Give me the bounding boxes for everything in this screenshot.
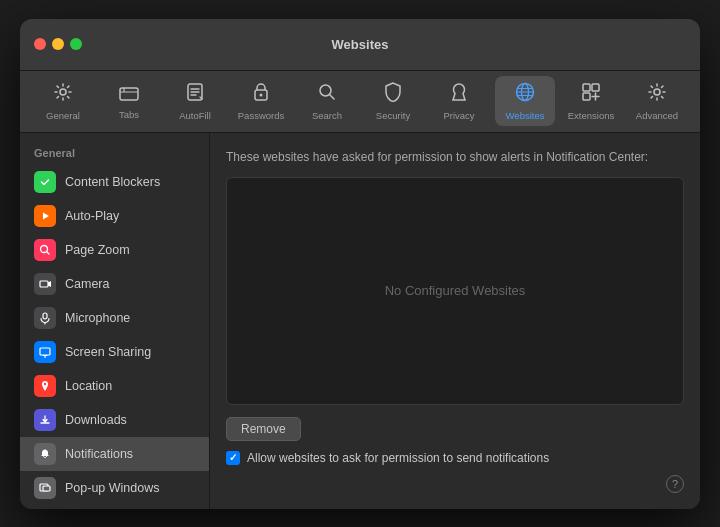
sidebar-item-microphone[interactable]: Microphone	[20, 301, 209, 335]
tab-extensions[interactable]: Extensions	[561, 76, 621, 126]
tab-privacy[interactable]: Privacy	[429, 76, 489, 126]
sidebar-item-popup-windows[interactable]: Pop-up Windows	[20, 471, 209, 505]
general-icon	[53, 82, 73, 107]
svg-rect-8	[583, 84, 590, 91]
websites-icon	[515, 82, 535, 107]
search-label: Search	[312, 110, 342, 121]
search-icon	[317, 82, 337, 107]
microphone-label: Microphone	[65, 311, 130, 325]
content-blockers-icon	[34, 171, 56, 193]
close-button[interactable]	[34, 38, 46, 50]
titlebar: Websites	[20, 19, 700, 71]
notifications-icon	[34, 443, 56, 465]
content-blockers-label: Content Blockers	[65, 175, 160, 189]
browser-window: Websites General Tabs	[20, 19, 700, 509]
help-button[interactable]: ?	[666, 475, 684, 493]
websites-label: Websites	[506, 110, 545, 121]
svg-point-5	[320, 85, 331, 96]
sidebar-item-downloads[interactable]: Downloads	[20, 403, 209, 437]
camera-icon	[34, 273, 56, 295]
traffic-lights	[34, 38, 82, 50]
sidebar-item-content-blockers[interactable]: Content Blockers	[20, 165, 209, 199]
downloads-icon	[34, 409, 56, 431]
sidebar-section-label: General	[20, 143, 209, 165]
page-zoom-icon	[34, 239, 56, 261]
allow-notifications-row: ✓ Allow websites to ask for permission t…	[226, 451, 684, 465]
general-label: General	[46, 110, 80, 121]
main-content: General Content Blockers	[20, 133, 700, 509]
svg-point-25	[44, 382, 46, 384]
downloads-label: Downloads	[65, 413, 127, 427]
security-label: Security	[376, 110, 410, 121]
privacy-label: Privacy	[443, 110, 474, 121]
sidebar: General Content Blockers	[20, 133, 210, 509]
svg-point-11	[654, 89, 660, 95]
websites-list: No Configured Websites	[226, 177, 684, 404]
popup-windows-label: Pop-up Windows	[65, 481, 160, 495]
no-websites-text: No Configured Websites	[385, 283, 526, 298]
svg-point-0	[60, 89, 66, 95]
location-icon	[34, 375, 56, 397]
tab-tabs[interactable]: Tabs	[99, 76, 159, 126]
notifications-label: Notifications	[65, 447, 133, 461]
allow-notifications-label: Allow websites to ask for permission to …	[247, 451, 549, 465]
sidebar-item-page-zoom[interactable]: Page Zoom	[20, 233, 209, 267]
svg-point-4	[260, 93, 263, 96]
tab-autofill[interactable]: AutoFill	[165, 76, 225, 126]
tab-general[interactable]: General	[33, 76, 93, 126]
bottom-bar: Remove ✓ Allow websites to ask for permi…	[226, 417, 684, 493]
sidebar-item-notifications[interactable]: Notifications	[20, 437, 209, 471]
window-title: Websites	[332, 37, 389, 52]
svg-rect-30	[43, 486, 50, 491]
tabs-icon	[119, 83, 139, 106]
allow-notifications-checkbox[interactable]: ✓	[226, 451, 240, 465]
extensions-icon	[581, 82, 601, 107]
autofill-icon	[186, 82, 204, 107]
screen-sharing-label: Screen Sharing	[65, 345, 151, 359]
auto-play-label: Auto-Play	[65, 209, 119, 223]
popup-windows-icon	[34, 477, 56, 499]
advanced-label: Advanced	[636, 110, 678, 121]
tabs-label: Tabs	[119, 109, 139, 120]
svg-rect-9	[592, 84, 599, 91]
tab-websites[interactable]: Websites	[495, 76, 555, 126]
security-icon	[384, 82, 402, 107]
minimize-button[interactable]	[52, 38, 64, 50]
advanced-icon	[647, 82, 667, 107]
sidebar-item-location[interactable]: Location	[20, 369, 209, 403]
toolbar: General Tabs AutoFill	[20, 71, 700, 133]
passwords-icon	[252, 82, 270, 107]
page-zoom-label: Page Zoom	[65, 243, 130, 257]
fullscreen-button[interactable]	[70, 38, 82, 50]
svg-rect-1	[120, 88, 138, 100]
tab-search[interactable]: Search	[297, 76, 357, 126]
tab-security[interactable]: Security	[363, 76, 423, 126]
sidebar-item-camera[interactable]: Camera	[20, 267, 209, 301]
checkmark-icon: ✓	[229, 452, 237, 463]
extensions-label: Extensions	[568, 110, 614, 121]
right-panel: These websites have asked for permission…	[210, 133, 700, 509]
auto-play-icon	[34, 205, 56, 227]
microphone-icon	[34, 307, 56, 329]
remove-button[interactable]: Remove	[226, 417, 301, 441]
screen-sharing-icon	[34, 341, 56, 363]
help-row: ?	[226, 475, 684, 493]
sidebar-item-screen-sharing[interactable]: Screen Sharing	[20, 335, 209, 369]
privacy-icon	[449, 82, 469, 107]
tab-advanced[interactable]: Advanced	[627, 76, 687, 126]
passwords-label: Passwords	[238, 110, 284, 121]
panel-description: These websites have asked for permission…	[226, 149, 684, 166]
tab-passwords[interactable]: Passwords	[231, 76, 291, 126]
location-label: Location	[65, 379, 112, 393]
svg-rect-10	[583, 93, 590, 100]
autofill-label: AutoFill	[179, 110, 211, 121]
camera-label: Camera	[65, 277, 109, 291]
sidebar-item-auto-play[interactable]: Auto-Play	[20, 199, 209, 233]
